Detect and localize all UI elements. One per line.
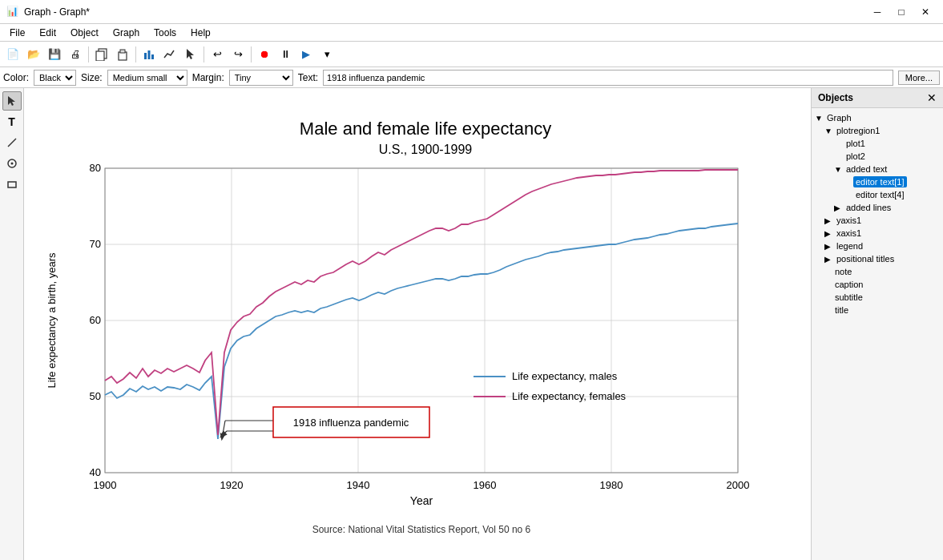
xaxis-title: Year [410,494,433,507]
tree-label-positional-titles[interactable]: positional titles [834,253,897,264]
record-button[interactable]: ⏺ [255,45,274,64]
svg-line-9 [8,139,16,147]
tree-label-yaxis1[interactable]: yaxis1 [834,215,864,226]
tree-label-editor-text-1[interactable]: editor text[1] [853,176,907,187]
graph-subtitle: U.S., 1900-1999 [379,143,473,156]
menu-tools[interactable]: Tools [147,26,183,40]
tree-label-editor-text-4[interactable]: editor text[4] [853,189,907,200]
tree-label-added-lines[interactable]: added lines [844,202,893,213]
tree-label-plot1[interactable]: plot1 [844,138,868,149]
separator-3 [204,46,204,62]
svg-rect-12 [8,182,16,187]
svg-point-11 [10,163,13,165]
yaxis-80: 80 [90,162,101,174]
circle-tool[interactable] [2,154,22,173]
redo-button[interactable]: ↪ [228,45,248,64]
size-label: Size: [81,72,103,83]
copy-button[interactable] [92,45,111,64]
line-chart-button[interactable] [160,45,179,64]
menu-help[interactable]: Help [184,26,217,40]
play-dropdown-button[interactable]: ▾ [317,45,336,64]
main-layout: T Male and female life expectancy U.S., … [0,88,943,560]
size-select[interactable]: Medium small [107,70,187,86]
tree-toggle-added-lines[interactable]: ▶ [834,203,842,212]
window-title: Graph - Graph* [24,6,90,18]
margin-select[interactable]: Tiny [229,70,293,86]
menu-file[interactable]: File [3,26,31,40]
tree-item-xaxis1: ▶ xaxis1 [824,227,940,240]
xaxis-1980: 1980 [600,479,623,491]
tree-toggle-xaxis1[interactable]: ▶ [824,229,832,238]
bar-chart-button[interactable] [139,45,159,64]
tree-label-note[interactable]: note [832,266,854,277]
xaxis-1900: 1900 [94,479,117,491]
color-select[interactable]: Black [34,70,76,86]
tree-item-subtitle: ▶ subtitle [815,291,940,304]
open-button[interactable]: 📂 [24,45,43,64]
tree-toggle-legend[interactable]: ▶ [824,242,832,251]
tree-toggle-added-text[interactable]: ▼ [834,165,842,174]
tree-item-added-lines: ▶ added lines [834,201,940,214]
pointer-tool[interactable] [2,91,22,111]
females-line [105,170,738,435]
menu-graph[interactable]: Graph [107,26,146,40]
tree-item-note: ▶ note [815,265,940,278]
tree-label-plot2[interactable]: plot2 [844,151,868,162]
tree-label-caption[interactable]: caption [832,279,865,290]
more-button[interactable]: More... [898,71,940,85]
save-button[interactable]: 💾 [45,45,64,64]
pause-button[interactable]: ⏸ [276,45,295,64]
rectangle-tool[interactable] [2,175,22,194]
annotation-line-4 [221,431,227,437]
text-tool[interactable]: T [2,112,22,131]
text-input[interactable] [323,70,893,86]
separator-4 [251,46,252,62]
tree-toggle-positional[interactable]: ▶ [824,255,832,264]
svg-rect-3 [120,50,125,53]
undo-button[interactable]: ↩ [208,45,227,64]
line-tool[interactable] [2,133,22,152]
tree-label-plotregion[interactable]: plotregion1 [834,125,882,136]
color-label: Color: [3,72,29,83]
yaxis-50: 50 [90,390,101,402]
maximize-button[interactable]: □ [890,4,913,20]
main-graph: Male and female life expectancy U.S., 19… [41,104,794,545]
tree-label-title[interactable]: title [832,304,851,316]
new-button[interactable]: 📄 [3,45,22,64]
tree-toggle-graph[interactable]: ▼ [815,114,823,123]
yaxis-40: 40 [90,466,101,478]
tree-item-positional-titles: ▶ positional titles [824,252,940,265]
separator-2 [135,46,136,62]
tree-label-xaxis1[interactable]: xaxis1 [834,228,864,239]
print-button[interactable]: 🖨 [66,45,85,64]
annotation-line-2 [222,421,225,439]
close-button[interactable]: ✕ [914,4,937,20]
select-button[interactable] [181,45,200,64]
tree-label-graph[interactable]: Graph [824,112,854,123]
minimize-button[interactable]: ─ [866,4,889,20]
tree-toggle-plotregion[interactable]: ▼ [824,127,832,135]
play-button[interactable]: ▶ [296,45,316,64]
xaxis-1920: 1920 [220,479,244,491]
svg-marker-7 [187,49,194,59]
xaxis-2000: 2000 [727,479,750,491]
svg-rect-5 [148,50,151,59]
panel-close-button[interactable]: ✕ [927,91,937,104]
tree-item-caption: ▶ caption [815,278,940,291]
menu-object[interactable]: Object [64,26,105,40]
yaxis-70: 70 [90,238,101,250]
separator-1 [88,46,89,62]
tree-item-yaxis1: ▶ yaxis1 [824,214,940,227]
tree-label-added-text[interactable]: added text [844,163,889,175]
tree-label-legend[interactable]: legend [834,240,865,252]
tree-item-added-text: ▼ added text [834,163,940,175]
yaxis-60: 60 [90,314,101,326]
tree-label-subtitle[interactable]: subtitle [832,292,865,303]
svg-rect-1 [96,51,104,61]
tree-toggle-yaxis1[interactable]: ▶ [824,216,832,225]
caption: Source: National Vital Statistics Report… [312,524,531,535]
paste-button[interactable] [113,45,132,64]
objects-panel: Objects ✕ ▼ Graph ▼ plotregion1 ▶ plo [811,88,943,560]
menu-edit[interactable]: Edit [33,26,62,40]
tree-container: ▼ Graph ▼ plotregion1 ▶ plot1 [812,108,943,320]
